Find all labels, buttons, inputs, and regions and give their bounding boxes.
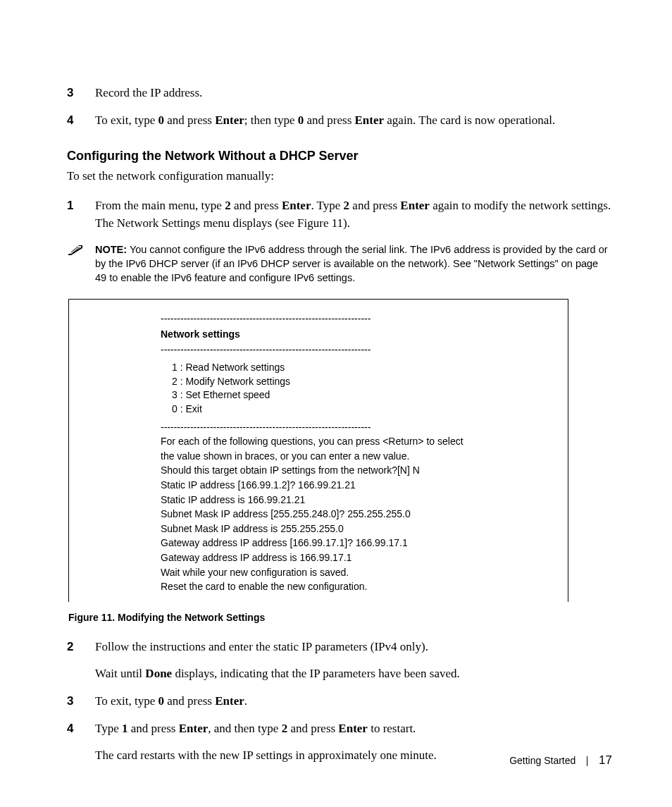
menu-item: 1 : Read Network settings	[172, 361, 540, 375]
page-number: 17	[599, 753, 612, 767]
step-text: To exit, type 0 and press Enter.	[95, 693, 612, 710]
footer-section: Getting Started	[509, 755, 575, 766]
section-intro: To set the network configuration manuall…	[67, 169, 612, 183]
figure-box: ----------------------------------------…	[68, 299, 568, 601]
step-number: 3	[67, 85, 95, 102]
page: 3 Record the IP address. 4 To exit, type…	[0, 0, 672, 807]
note-block: NOTE: You cannot configure the IPv6 addr…	[67, 242, 612, 285]
terminal-line: For each of the following questions, you…	[161, 435, 540, 449]
step-number: 4	[67, 720, 95, 765]
step-4: 4 To exit, type 0 and press Enter; then …	[67, 112, 612, 130]
figure-title: Network settings	[161, 328, 540, 342]
menu-item: 0 : Exit	[172, 402, 540, 417]
section-heading: Configuring the Network Without a DHCP S…	[67, 149, 612, 164]
menu-item: 3 : Set Ethernet speed	[172, 388, 540, 402]
page-footer: Getting Started 17	[509, 753, 612, 768]
step-3: 3 Record the IP address.	[67, 85, 612, 102]
step-2: 2 Follow the instructions and enter the …	[67, 639, 612, 683]
figure-body: For each of the following questions, you…	[161, 435, 540, 594]
terminal-line: Subnet Mask IP address [255.255.248.0]? …	[161, 507, 540, 522]
step-number: 4	[67, 112, 95, 130]
note-icon	[67, 242, 95, 257]
note-label: NOTE:	[95, 244, 127, 255]
terminal-line: Wait while your new configuration is sav…	[161, 566, 540, 580]
terminal-line: Subnet Mask IP address is 255.255.255.0	[161, 522, 540, 536]
note-text: NOTE: You cannot configure the IPv6 addr…	[95, 242, 612, 285]
terminal-line: Should this target obtain IP settings fr…	[161, 464, 540, 478]
terminal-line: Gateway address IP address is 166.99.17.…	[161, 551, 540, 565]
divider: ----------------------------------------…	[161, 312, 540, 326]
step-text: To exit, type 0 and press Enter; then ty…	[95, 112, 612, 130]
footer-separator	[587, 756, 587, 766]
step-number: 2	[67, 639, 95, 683]
step-3b: 3 To exit, type 0 and press Enter.	[67, 693, 612, 710]
terminal-line: Static IP address [166.99.1.2]? 166.99.2…	[161, 479, 540, 493]
figure-caption: Figure 11. Modifying the Network Setting…	[68, 612, 612, 623]
step-text: Record the IP address.	[95, 85, 612, 102]
divider: ----------------------------------------…	[161, 343, 540, 357]
step-text: From the main menu, type 2 and press Ent…	[95, 197, 612, 232]
step-number: 1	[67, 197, 95, 232]
terminal-line: the value shown in braces, or you can en…	[161, 450, 540, 464]
divider: ----------------------------------------…	[161, 421, 540, 435]
terminal-line: Gateway address IP address [166.99.17.1]…	[161, 536, 540, 550]
step-text: Follow the instructions and enter the st…	[95, 639, 612, 683]
terminal-line: Static IP address is 166.99.21.21	[161, 493, 540, 507]
terminal-line: Reset the card to enable the new configu…	[161, 580, 540, 594]
menu-list: 1 : Read Network settings 2 : Modify Net…	[161, 361, 540, 416]
step-number: 3	[67, 693, 95, 710]
step-1: 1 From the main menu, type 2 and press E…	[67, 197, 612, 232]
menu-item: 2 : Modify Network settings	[172, 375, 540, 389]
